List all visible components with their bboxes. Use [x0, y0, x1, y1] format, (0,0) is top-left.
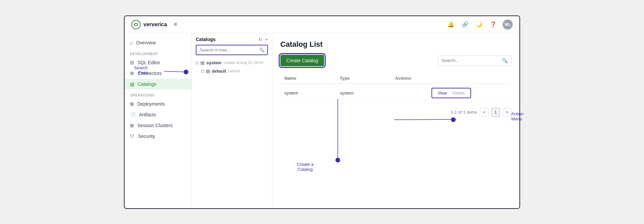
sidebar-item-catalogs[interactable]: ▤ Catalogs — [125, 79, 191, 89]
table-header-row: Name Type Actions — [280, 73, 511, 84]
artifacts-icon: 📄 — [130, 112, 136, 117]
link-icon[interactable]: 🔗 — [460, 20, 470, 29]
th-type: Type — [336, 73, 391, 84]
catalog-search-icon: 🔍 — [499, 56, 511, 65]
th-actions: Actions — [391, 73, 511, 84]
tree-item-default[interactable]: □ ▤ default Default — [192, 67, 272, 75]
catalog-search-input[interactable] — [438, 56, 499, 65]
tree-item-type-icon: ▤ — [200, 60, 204, 65]
tree-add-icon[interactable]: + — [265, 37, 268, 42]
catalog-search-wrapper: 🔍 — [438, 55, 511, 66]
search-field-dot — [184, 70, 188, 74]
notification-icon[interactable]: 🔔 — [446, 20, 456, 29]
tree-item-system[interactable]: □ ▤ system Update at Aug 22, 09:55 — [192, 59, 272, 67]
app-window: ververica ≡ 🔔 🔗 🌙 ❓ ML ⌂ Overview DEVELO… — [124, 15, 520, 209]
pagination-prev-button[interactable]: < — [480, 108, 489, 117]
tree-panel: Catalogs ↻ + 🔍 □ ▤ system Update at Aug … — [192, 33, 272, 208]
action-menu-dot — [451, 117, 456, 122]
sidebar-section-development: DEVELOPMENT — [125, 48, 191, 57]
table-head: Name Type Actions — [280, 73, 511, 84]
sidebar: ⌂ Overview DEVELOPMENT ⊟ SQL Editor ⚙ Co… — [125, 33, 192, 208]
tree-panel-actions: ↻ + — [259, 37, 268, 42]
header: ververica ≡ 🔔 🔗 🌙 ❓ ML — [125, 16, 519, 33]
tree-item-expand-icon: □ — [196, 60, 198, 65]
tree-panel-header: Catalogs ↻ + — [192, 37, 272, 45]
table-body: system system View Delete — [280, 83, 511, 102]
menu-toggle-icon[interactable]: ≡ — [174, 21, 177, 28]
main-content: Catalog List Create Catalog 🔍 Name Type … — [272, 33, 519, 208]
sql-editor-icon: ⊟ — [130, 60, 134, 65]
action-box: View Delete — [431, 88, 471, 98]
create-catalog-annotation: Create a Catalog — [297, 162, 314, 172]
body-layout: ⌂ Overview DEVELOPMENT ⊟ SQL Editor ⚙ Co… — [125, 33, 519, 208]
row-actions: View Delete — [391, 83, 511, 102]
logo: ververica — [131, 20, 167, 29]
tree-panel-title: Catalogs — [196, 37, 216, 42]
logo-icon — [131, 20, 141, 29]
tree-search-wrapper: 🔍 — [196, 45, 268, 55]
tree-search-input[interactable] — [196, 45, 267, 54]
deployments-icon: ⊞ — [130, 101, 134, 107]
create-catalog-dot — [335, 158, 340, 162]
sidebar-item-overview-label: Overview — [136, 40, 155, 45]
sidebar-item-session-clusters[interactable]: ⊞ Session Clusters — [125, 120, 191, 131]
tree-item-default-expand-icon: □ — [201, 69, 204, 74]
header-left: ververica ≡ — [131, 20, 177, 29]
sidebar-item-overview[interactable]: ⌂ Overview — [125, 37, 191, 48]
logo-text: ververica — [143, 22, 167, 28]
tree-search-icon: 🔍 — [259, 47, 265, 52]
sidebar-security-label: Security — [138, 134, 155, 139]
tree-item-default-type-icon: ▤ — [206, 69, 210, 74]
sidebar-item-security[interactable]: 🛡 Security — [125, 131, 191, 142]
help-icon[interactable]: ❓ — [489, 20, 498, 29]
pagination-next-button[interactable]: > — [503, 108, 511, 117]
pagination-summary: 1-1 of 1 items — [451, 110, 477, 115]
action-delete-link[interactable]: Delete — [452, 90, 465, 96]
sidebar-catalogs-label: Catalogs — [138, 81, 156, 87]
tree-refresh-icon[interactable]: ↻ — [259, 37, 263, 42]
avatar[interactable]: ML — [503, 20, 513, 30]
tree-item-system-name: system — [206, 60, 222, 65]
action-menu-annotation: Action Menu — [511, 111, 523, 121]
toolbar: Create Catalog 🔍 — [280, 55, 511, 66]
sidebar-item-artifacts[interactable]: 📄 Artifacts — [125, 109, 191, 120]
sidebar-item-deployments[interactable]: ⊞ Deployments — [125, 99, 191, 109]
page-title: Catalog List — [280, 40, 511, 49]
tree-item-default-meta: Default — [228, 69, 240, 73]
dark-mode-icon[interactable]: 🌙 — [474, 20, 484, 29]
overview-icon: ⌂ — [130, 40, 133, 45]
action-view-link[interactable]: View — [438, 90, 447, 96]
session-clusters-icon: ⊞ — [130, 123, 134, 128]
svg-point-3 — [132, 20, 140, 29]
sidebar-session-clusters-label: Session Clusters — [137, 123, 173, 128]
pagination-page-1-button[interactable]: 1 — [491, 108, 500, 117]
sidebar-sql-label: SQL Editor — [137, 60, 160, 65]
catalogs-icon: ▤ — [130, 81, 134, 87]
create-catalog-button[interactable]: Create Catalog — [280, 55, 324, 66]
pagination: 1-1 of 1 items < 1 > — [280, 108, 511, 117]
action-cell: View Delete — [395, 88, 507, 98]
catalog-table: Name Type Actions system system — [280, 73, 511, 103]
security-icon: 🛡 — [130, 134, 135, 139]
header-right: 🔔 🔗 🌙 ❓ ML — [446, 20, 513, 30]
sidebar-artifacts-label: Artifacts — [139, 112, 156, 117]
search-field-annotation: Search Field — [134, 65, 148, 75]
row-name: system — [280, 83, 336, 102]
th-name: Name — [280, 73, 336, 84]
tree-item-default-name: default — [212, 69, 226, 74]
sidebar-section-operations: OPERATIONS — [125, 89, 191, 99]
sidebar-deployments-label: Deployments — [137, 101, 165, 107]
table-row: system system View Delete — [280, 83, 511, 102]
tree-item-system-meta: Update at Aug 22, 09:55 — [224, 61, 264, 65]
row-type: system — [336, 83, 391, 102]
